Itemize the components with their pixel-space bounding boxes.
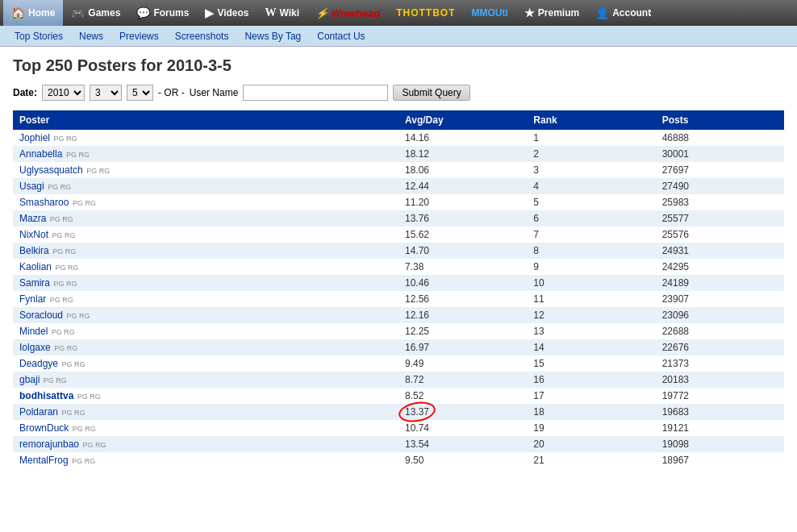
- premium-icon: ★: [524, 6, 535, 19]
- rank-value: 15: [527, 355, 655, 372]
- poster-badge: PG RG: [41, 376, 67, 384]
- subnav-news[interactable]: News: [71, 26, 111, 47]
- nav-mmoutil[interactable]: MMOUti: [463, 0, 515, 26]
- posts-value: 19772: [656, 388, 784, 404]
- year-select[interactable]: 2010 2009 2008: [42, 85, 85, 101]
- posts-value: 22676: [656, 339, 784, 355]
- table-row: Iolgaxe PG RG16.971422676: [13, 339, 784, 355]
- day-select[interactable]: 1234 567: [127, 85, 153, 101]
- subnav-contact-us[interactable]: Contact Us: [309, 26, 373, 47]
- table-row: Deadgye PG RG9.491521373: [13, 355, 784, 372]
- rank-value: 6: [527, 210, 655, 227]
- date-label: Date:: [13, 87, 37, 98]
- poster-link[interactable]: Iolgaxe: [19, 342, 51, 353]
- rank-value: 20: [527, 436, 655, 452]
- posts-value: 18967: [656, 452, 784, 468]
- poster-link[interactable]: Belkira: [19, 245, 49, 256]
- wowhead-logo: ⚡ Wowhead: [315, 7, 380, 19]
- poster-link[interactable]: Poldaran: [19, 406, 58, 418]
- rank-value: 13: [527, 323, 655, 339]
- username-input[interactable]: [243, 85, 388, 101]
- rank-value: 9: [527, 259, 655, 275]
- poster-link[interactable]: Fynlar: [19, 293, 46, 305]
- nav-videos[interactable]: ▶ Videos: [197, 0, 257, 26]
- nav-premium[interactable]: ★ Premium: [516, 0, 587, 26]
- poster-link[interactable]: Uglysasquatch: [19, 164, 83, 176]
- posts-value: 23907: [656, 291, 784, 307]
- submit-button[interactable]: Submit Query: [393, 85, 469, 101]
- games-icon: 🎮: [71, 6, 85, 19]
- table-row: Poldaran PG RG13.371819683: [13, 404, 784, 420]
- page-content: Top 250 Posters for 2010-3-5 Date: 2010 …: [0, 47, 797, 478]
- avg-value: 7.38: [398, 259, 527, 275]
- subnav-news-by-tag[interactable]: News By Tag: [236, 26, 309, 47]
- poster-link[interactable]: gbaji: [19, 374, 40, 385]
- nav-thottbot[interactable]: THOTTBOT: [388, 0, 463, 26]
- posts-value: 21373: [656, 355, 784, 372]
- page-title: Top 250 Posters for 2010-3-5: [13, 56, 784, 75]
- posts-value: 24931: [656, 243, 784, 259]
- poster-badge: PG RG: [53, 264, 79, 272]
- poster-badge: PG RG: [75, 393, 101, 401]
- or-label: - OR -: [158, 87, 185, 98]
- poster-link[interactable]: Samira: [19, 277, 50, 289]
- poster-link[interactable]: MentalFrog: [19, 455, 69, 466]
- poster-link[interactable]: Smasharoo: [19, 197, 69, 208]
- nav-wowhead[interactable]: ⚡ Wowhead: [307, 0, 388, 26]
- avg-value: 14.70: [398, 243, 527, 259]
- month-select[interactable]: 1234 5678 9101112: [90, 85, 122, 101]
- forums-icon: 💬: [136, 6, 150, 19]
- poster-link[interactable]: bodhisattva: [19, 390, 73, 401]
- poster-link[interactable]: Deadgye: [19, 358, 58, 369]
- avg-value: 10.46: [398, 275, 527, 291]
- posts-value: 20183: [656, 372, 784, 388]
- rank-value: 18: [527, 404, 655, 420]
- nav-games[interactable]: 🎮 Games: [63, 0, 128, 26]
- poster-badge: PG RG: [51, 247, 77, 256]
- poster-link[interactable]: NixNot: [19, 229, 48, 240]
- col-header-poster: Poster: [13, 110, 398, 130]
- username-label: User Name: [190, 87, 239, 98]
- poster-link[interactable]: Mazra: [19, 213, 46, 224]
- rank-value: 10: [527, 275, 655, 291]
- videos-icon: ▶: [205, 6, 214, 19]
- avg-value: 12.56: [398, 291, 527, 307]
- nav-home[interactable]: 🏠 Home: [3, 0, 63, 26]
- avg-value: 13.54: [398, 436, 527, 452]
- poster-badge: PG RG: [52, 135, 77, 143]
- table-row: Mazra PG RG13.76625577: [13, 210, 784, 227]
- nav-wiki[interactable]: W Wiki: [257, 0, 308, 26]
- poster-badge: PG RG: [49, 328, 75, 336]
- poster-link[interactable]: Mindel: [19, 326, 48, 337]
- posts-value: 19683: [656, 404, 784, 420]
- poster-link[interactable]: Soracloud: [19, 310, 63, 321]
- posts-value: 24189: [656, 275, 784, 291]
- poster-badge: PG RG: [52, 280, 77, 288]
- subnav-screenshots[interactable]: Screenshots: [167, 26, 237, 47]
- poster-badge: PG RG: [64, 151, 90, 159]
- account-icon: 👤: [595, 6, 609, 19]
- nav-forums[interactable]: 💬 Forums: [128, 0, 197, 26]
- rank-value: 5: [527, 194, 655, 210]
- table-row: Fynlar PG RG12.561123907: [13, 291, 784, 307]
- nav-account[interactable]: 👤 Account: [587, 0, 659, 26]
- poster-link[interactable]: Kaolian: [19, 261, 52, 272]
- table-row: remorajunbao PG RG13.542019098: [13, 436, 784, 452]
- poster-link[interactable]: Jophiel: [19, 132, 50, 143]
- poster-link[interactable]: BrownDuck: [19, 422, 69, 434]
- wiki-icon: W: [265, 6, 277, 19]
- avg-value: 10.74: [398, 420, 527, 436]
- table-row: Kaolian PG RG7.38924295: [13, 259, 784, 275]
- poster-badge: PG RG: [70, 199, 96, 207]
- subnav-top-stories[interactable]: Top Stories: [6, 26, 71, 47]
- poster-badge: PG RG: [60, 409, 86, 417]
- poster-badge: PG RG: [85, 167, 111, 175]
- mmoutil-logo: MMOUti: [471, 7, 507, 19]
- poster-badge: PG RG: [81, 441, 106, 449]
- poster-link[interactable]: Annabella: [19, 148, 62, 160]
- poster-link[interactable]: remorajunbao: [19, 438, 79, 450]
- rank-value: 17: [527, 388, 655, 404]
- subnav-previews[interactable]: Previews: [111, 26, 167, 47]
- avg-value: 13.76: [398, 210, 527, 227]
- poster-link[interactable]: Usagi: [19, 181, 44, 192]
